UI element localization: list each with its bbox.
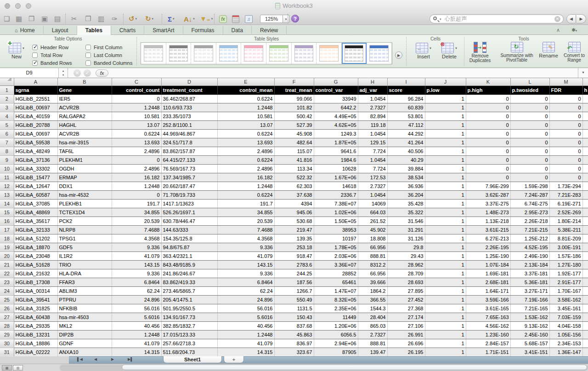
checkbox-banded-rows[interactable]: Banded Rows [32,59,72,66]
cell[interactable] [582,147,588,155]
cell[interactable]: 500.42 [274,112,314,120]
cell[interactable]: 28.693 [387,278,425,286]
row-header-22[interactable]: 22 [0,269,14,278]
cell[interactable]: 1266.7 [274,286,314,295]
cell[interactable]: 0 [510,147,549,155]
cell[interactable]: 1.23E-160 [466,330,510,339]
cell[interactable]: 41.079 [217,251,274,260]
cell[interactable]: HGLibB_17308 [14,278,57,286]
page-layout-view-button[interactable]: ▥ [13,365,23,371]
cell[interactable]: 83.862/157.87 [161,147,217,155]
cell[interactable] [582,339,588,348]
cell[interactable]: 3.37E-181 [510,269,549,278]
cell[interactable]: 1.13E-218 [466,217,510,225]
cell[interactable]: 1.71E-151 [466,348,510,356]
cell[interactable]: 2.35E+06 [314,304,358,313]
row-header-15[interactable]: 15 [0,208,14,217]
cell[interactable]: 2336.7 [314,190,358,199]
cell[interactable]: 20.539 [217,217,274,225]
cell[interactable]: 7.724 [358,147,387,155]
cell[interactable] [582,243,588,251]
column-header-H[interactable]: H [358,78,387,86]
cell[interactable]: 143.15 [217,260,274,269]
cell[interactable]: NFKBIB [57,304,112,313]
ribbon-tab-formulas[interactable]: Formulas [183,26,223,35]
search-next-button[interactable]: ▶ [577,14,586,23]
cell[interactable]: 144.63/333 [161,225,217,234]
cell[interactable]: 0 [510,129,549,138]
cell[interactable]: 324.51/717.8 [161,138,217,147]
row-header-27[interactable]: 27 [0,313,14,321]
row-header-29[interactable]: 29 [0,330,14,339]
media-browser-icon[interactable]: ♫ [245,14,253,23]
cell[interactable]: 1.0454 [358,129,387,138]
cell[interactable]: 37.638 [274,190,314,199]
cell[interactable]: 5.6016 [112,313,161,321]
cell[interactable]: ABLIM3 [57,286,112,295]
row-header-13[interactable]: 13 [0,190,14,199]
cell[interactable]: 323.67 [274,348,314,356]
cell[interactable]: 0 [466,147,510,155]
cell[interactable]: 9641.6 [314,147,358,155]
autosum-icon[interactable]: Σ▾ [168,14,175,23]
cell[interactable]: HGLibA_35617 [14,217,57,225]
table-column-score[interactable]: score [387,86,425,94]
cell[interactable]: 9.13E-162 [510,321,549,330]
search-scope-dropdown-icon[interactable]: ▾ [440,17,441,21]
column-header-M[interactable]: M [549,78,582,86]
cell[interactable] [582,138,588,147]
table-column-treatment_count[interactable]: treatment_count [161,86,217,94]
cell[interactable]: 836.97 [274,339,314,348]
cell[interactable]: RALGAPA2 [57,112,112,120]
last-sheet-icon[interactable]: ▶▌ [128,357,133,361]
cell[interactable]: 1 [425,295,466,304]
cell[interactable]: HGLibA_59538 [14,138,57,147]
cell[interactable]: FFAR3 [57,278,112,286]
cell[interactable]: 244.25 [274,269,314,278]
cell[interactable]: 0 [466,155,510,164]
cell[interactable]: 10.581 [217,112,274,120]
cell[interactable]: 1 [425,155,466,164]
formula-input[interactable] [112,68,578,78]
column-header-E[interactable]: E [217,78,274,86]
cell[interactable]: 0 [549,164,582,173]
cell[interactable]: 29.8 [387,243,425,251]
select-all-corner[interactable] [0,78,14,86]
cell[interactable]: 526.26/1697.1 [161,208,217,217]
cell[interactable]: ACVR2B [57,129,112,138]
cell[interactable]: 0 [466,129,510,138]
cell[interactable]: 20.662/187.47 [161,182,217,190]
cell[interactable]: 94.8/675.87 [161,243,217,251]
cell[interactable]: 5.36E-181 [510,278,549,286]
row-header-10[interactable]: 10 [0,164,14,173]
cell[interactable]: 1.36E-147 [549,348,582,356]
ribbon-tab-layout[interactable]: Layout [44,26,77,35]
cell[interactable] [582,295,588,304]
cell[interactable]: 11449 [314,313,358,321]
cell[interactable]: 1.67E+06 [314,173,358,182]
cell[interactable]: 16.182 [217,173,274,182]
cell[interactable]: GDF5 [57,243,112,251]
cell[interactable]: 1.48E-273 [466,208,510,217]
cell[interactable]: HGLibA_31825 [14,304,57,313]
template-gallery-icon[interactable]: ▦ [16,14,22,23]
cell[interactable]: 1984.6 [314,155,358,164]
cell[interactable]: 41.264 [387,138,425,147]
cell[interactable]: HGLibA_00314 [14,286,57,295]
cell[interactable]: NLRP8 [57,225,112,234]
cell[interactable]: 71.708/19.733 [161,190,217,199]
cell[interactable]: 3.61E-215 [466,225,510,234]
cell[interactable] [582,234,588,243]
cell[interactable]: 40.456 [112,321,161,330]
cell[interactable]: GDNF [57,339,112,348]
cell[interactable]: 150.43 [274,313,314,321]
cell[interactable]: 0 [549,112,582,120]
cell[interactable]: 9.336 [112,269,161,278]
cell[interactable]: 187.56 [274,278,314,286]
cell[interactable]: 2.03E+06 [314,251,358,260]
cell[interactable]: 34.855 [112,208,161,217]
cell[interactable]: 2.4896 [112,147,161,155]
row-header-21[interactable]: 21 [0,260,14,269]
cell[interactable]: 1.2448 [217,182,274,190]
cell[interactable]: 888.81 [358,339,387,348]
